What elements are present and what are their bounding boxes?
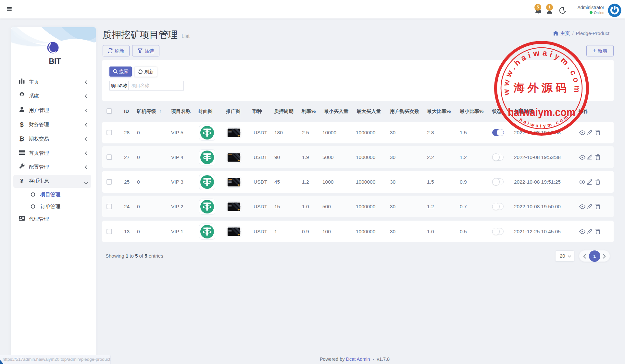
svg-text:海外源码: 海外源码 (513, 82, 569, 94)
